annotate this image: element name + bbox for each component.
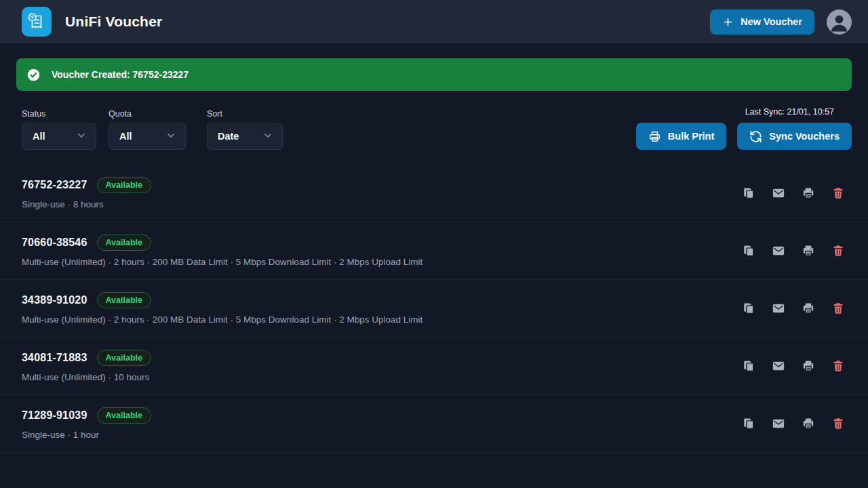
trash-icon — [831, 244, 845, 258]
printer-icon — [648, 130, 661, 143]
success-banner: Voucher Created: 76752-23227 — [16, 58, 852, 91]
email-voucher-button[interactable] — [772, 359, 785, 373]
mail-icon — [772, 302, 785, 315]
delete-voucher-button[interactable] — [831, 244, 845, 258]
filter-right: Last Sync: 21/01, 10:57 Bulk Print — [636, 107, 852, 150]
voucher-info: 76752-23227 Available Single-use · 8 hou… — [22, 177, 151, 209]
trash-icon — [831, 359, 845, 373]
plus-icon — [722, 16, 734, 28]
filter-bar: Status All Quota All Sort Date Last Sync… — [0, 107, 868, 150]
status-badge: Available — [97, 235, 151, 251]
voucher-actions — [742, 244, 845, 258]
email-voucher-button[interactable] — [772, 417, 785, 430]
sort-filter-value: Date — [218, 131, 239, 142]
trash-icon — [831, 417, 845, 430]
status-filter-select[interactable]: All — [22, 123, 96, 150]
voucher-code: 76752-23227 — [22, 179, 87, 191]
voucher-details: Single-use · 8 hours — [22, 199, 151, 209]
voucher-actions — [742, 302, 845, 315]
voucher-list: 76752-23227 Available Single-use · 8 hou… — [0, 165, 868, 453]
copy-voucher-button[interactable] — [742, 244, 755, 258]
voucher-code: 34081-71883 — [22, 352, 87, 364]
copy-icon — [742, 244, 755, 258]
page-title: UniFi Voucher — [65, 14, 162, 30]
print-voucher-button[interactable] — [802, 302, 815, 315]
status-badge: Available — [97, 407, 151, 424]
print-voucher-button[interactable] — [802, 417, 815, 430]
status-filter-value: All — [33, 131, 45, 142]
mail-icon — [772, 359, 785, 373]
mail-icon — [772, 417, 785, 430]
copy-voucher-button[interactable] — [742, 302, 755, 315]
voucher-details: Multi-use (Unlimited) · 2 hours · 200 MB… — [22, 257, 422, 267]
copy-icon — [742, 186, 755, 200]
status-badge: Available — [97, 350, 151, 366]
voucher-info: 34081-71883 Available Multi-use (Unlimit… — [22, 350, 151, 382]
copy-icon — [742, 417, 755, 430]
status-badge: Available — [97, 292, 151, 308]
voucher-actions — [742, 417, 845, 430]
filter-buttons: Bulk Print Sync Vouchers — [636, 123, 852, 150]
banner-message: Voucher Created: 76752-23227 — [52, 69, 189, 80]
sort-filter-select[interactable]: Date — [207, 123, 283, 150]
printer-icon — [802, 417, 815, 430]
quota-filter-value: All — [119, 131, 132, 142]
email-voucher-button[interactable] — [772, 186, 785, 200]
voucher-row: 70660-38546 Available Multi-use (Unlimit… — [0, 222, 868, 280]
voucher-row: 71289-91039 Available Single-use · 1 hou… — [0, 395, 868, 453]
voucher-actions — [742, 359, 845, 373]
printer-icon — [802, 186, 815, 200]
voucher-info: 70660-38546 Available Multi-use (Unlimit… — [22, 235, 422, 267]
trash-icon — [831, 186, 845, 200]
user-avatar-icon[interactable] — [827, 9, 852, 35]
voucher-details: Single-use · 1 hour — [22, 430, 151, 440]
mail-icon — [772, 186, 785, 200]
voucher-row: 34389-91020 Available Multi-use (Unlimit… — [0, 280, 868, 338]
filter-group-quota: Quota All — [108, 109, 186, 150]
printer-icon — [802, 244, 815, 258]
copy-voucher-button[interactable] — [742, 359, 755, 373]
trash-icon — [831, 302, 845, 315]
bulk-print-label: Bulk Print — [668, 131, 714, 142]
mail-icon — [772, 244, 785, 258]
delete-voucher-button[interactable] — [831, 302, 845, 315]
filter-group-sort: Sort Date — [207, 109, 283, 150]
email-voucher-button[interactable] — [772, 244, 785, 258]
printer-icon — [802, 359, 815, 373]
chevron-down-icon — [76, 130, 87, 143]
copy-voucher-button[interactable] — [742, 186, 755, 200]
voucher-info: 71289-91039 Available Single-use · 1 hou… — [22, 407, 151, 440]
delete-voucher-button[interactable] — [831, 417, 845, 430]
status-badge: Available — [97, 177, 151, 193]
check-circle-icon — [26, 68, 41, 82]
print-voucher-button[interactable] — [802, 186, 815, 200]
filter-group-status: Status All — [22, 109, 96, 150]
print-voucher-button[interactable] — [802, 359, 815, 373]
email-voucher-button[interactable] — [772, 302, 785, 315]
last-sync-text: Last Sync: 21/01, 10:57 — [745, 107, 834, 117]
sort-filter-label: Sort — [207, 109, 283, 119]
status-filter-label: Status — [22, 109, 96, 119]
copy-icon — [742, 302, 755, 315]
delete-voucher-button[interactable] — [831, 359, 845, 373]
app-logo-voucher-icon — [22, 7, 52, 37]
bulk-print-button[interactable]: Bulk Print — [636, 123, 726, 150]
voucher-row: 76752-23227 Available Single-use · 8 hou… — [0, 165, 868, 222]
voucher-code: 70660-38546 — [22, 237, 87, 249]
copy-icon — [742, 359, 755, 373]
delete-voucher-button[interactable] — [831, 186, 845, 200]
app-header: UniFi Voucher New Voucher — [0, 0, 868, 43]
printer-icon — [802, 302, 815, 315]
quota-filter-label: Quota — [108, 109, 186, 119]
voucher-info: 34389-91020 Available Multi-use (Unlimit… — [22, 292, 422, 325]
print-voucher-button[interactable] — [802, 244, 815, 258]
copy-voucher-button[interactable] — [742, 417, 755, 430]
voucher-details: Multi-use (Unlimited) · 10 hours — [22, 372, 151, 382]
new-voucher-button[interactable]: New Voucher — [710, 9, 814, 35]
quota-filter-select[interactable]: All — [108, 123, 186, 150]
sync-vouchers-button[interactable]: Sync Vouchers — [737, 123, 852, 150]
voucher-code: 71289-91039 — [22, 409, 87, 422]
chevron-down-icon — [262, 130, 273, 143]
new-voucher-label: New Voucher — [741, 16, 802, 27]
voucher-actions — [742, 186, 845, 200]
